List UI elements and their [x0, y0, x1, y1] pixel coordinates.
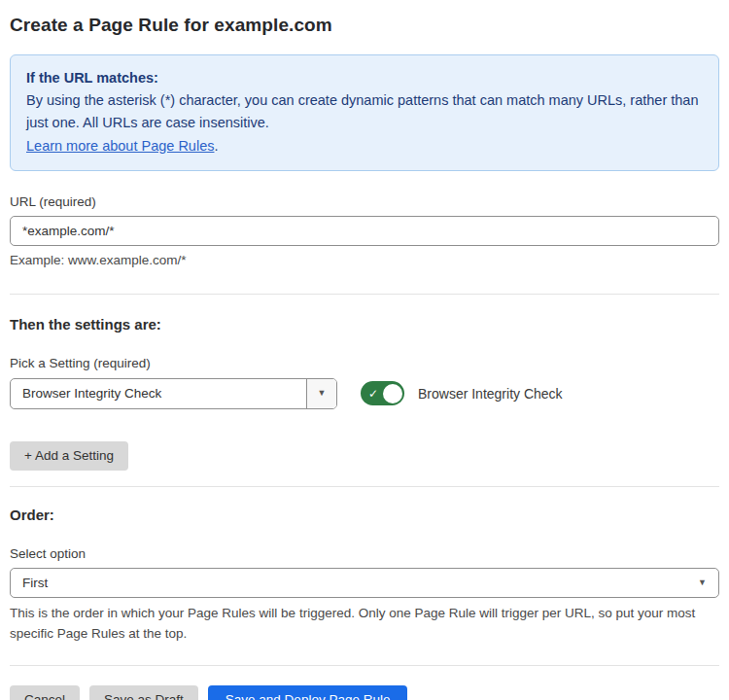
chevron-down-icon: ▼ — [698, 578, 707, 587]
setting-select-arrow-button[interactable]: ▼ — [306, 379, 336, 408]
create-page-rule-form: Create a Page Rule for example.com If th… — [0, 0, 729, 700]
learn-more-link[interactable]: Learn more about Page Rules — [26, 138, 214, 154]
url-example-helper: Example: www.example.com/* — [10, 253, 719, 267]
url-field-label: URL (required) — [10, 194, 719, 209]
order-helper-text: This is the order in which your Page Rul… — [10, 604, 719, 645]
save-as-draft-button[interactable]: Save as Draft — [89, 685, 198, 700]
settings-section-heading: Then the settings are: — [10, 316, 719, 332]
setting-row: Browser Integrity Check ▼ ✓ Browser Inte… — [10, 378, 719, 409]
order-select[interactable]: First ▼ — [10, 568, 719, 598]
footer-actions: Cancel Save as Draft Save and Deploy Pag… — [10, 685, 719, 700]
check-icon: ✓ — [368, 388, 378, 400]
cancel-button[interactable]: Cancel — [10, 685, 80, 700]
info-box-link-line: Learn more about Page Rules. — [26, 135, 703, 158]
divider — [10, 665, 719, 666]
divider — [10, 294, 719, 295]
chevron-down-icon: ▼ — [318, 389, 327, 398]
setting-select[interactable]: Browser Integrity Check ▼ — [10, 378, 337, 409]
info-box-heading: If the URL matches: — [26, 67, 703, 89]
setting-select-value: Browser Integrity Check — [11, 379, 306, 408]
url-input[interactable] — [10, 216, 719, 246]
divider — [10, 486, 719, 487]
toggle-setting-label: Browser Integrity Check — [418, 386, 563, 402]
add-setting-button[interactable]: + Add a Setting — [10, 441, 128, 471]
order-select-value: First — [22, 576, 48, 590]
url-match-info-box: If the URL matches: By using the asteris… — [10, 54, 719, 171]
pick-setting-label: Pick a Setting (required) — [10, 356, 719, 370]
order-select-label: Select option — [10, 546, 719, 561]
link-suffix: . — [214, 138, 218, 154]
info-box-body: By using the asterisk (*) character, you… — [26, 89, 703, 134]
order-section-heading: Order: — [10, 507, 719, 523]
setting-toggle[interactable]: ✓ — [361, 381, 404, 405]
page-title: Create a Page Rule for example.com — [10, 15, 719, 36]
toggle-knob — [383, 384, 402, 403]
save-and-deploy-button[interactable]: Save and Deploy Page Rule — [208, 685, 408, 700]
